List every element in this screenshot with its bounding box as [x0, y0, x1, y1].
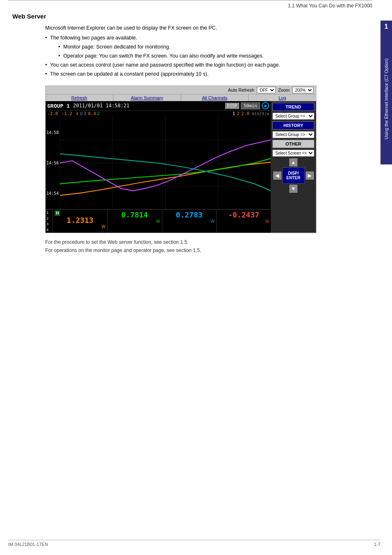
ch3-value: 0.2783 [176, 210, 203, 219]
footer-page: 1-7 [374, 542, 380, 547]
nav-refresh[interactable]: Refresh [46, 95, 113, 101]
datetime: 2011/01/01 14:58:21 [73, 103, 225, 109]
channel-2-block: 0.7814 W [108, 210, 162, 233]
sub-bullet-1: Monitor page: Screen dedicated for monit… [50, 43, 364, 60]
body-text: Microsoft Internet Explorer can be used … [45, 24, 364, 78]
chart-svg [60, 117, 271, 209]
section-title-header: 1.1 What You Can Do with the FX1000 [288, 3, 372, 9]
ch1-value: 1.2313 [67, 216, 93, 224]
scale-04: 0.4 [88, 111, 96, 116]
enter-label: ENTER [286, 176, 300, 180]
caption-2: For operations on the monitor page and o… [45, 246, 364, 254]
trend-group-select[interactable]: Select Group => [272, 113, 314, 120]
intro-text: Microsoft Internet Explorer can be used … [45, 24, 364, 32]
time-label-1: 14:58 [46, 130, 60, 135]
zoom-select[interactable]: 200% 100% [292, 87, 314, 93]
arrow-down-button[interactable]: ▼ [289, 185, 297, 193]
history-button[interactable]: HISTORY [272, 121, 314, 130]
group-label: GROUP 1 [47, 103, 70, 109]
channel-3-block: 0.2783 W [162, 210, 217, 233]
scale-u: U [80, 111, 83, 116]
footer-doc-id: IM 04L21B01-17EN [8, 542, 48, 547]
bullet-1: The following two pages are available. M… [45, 34, 364, 60]
auto-refresh-select[interactable]: OFF ON [257, 87, 276, 93]
scale-ch1a: 1 [233, 111, 235, 116]
disp-label: DISP/ [288, 171, 299, 176]
scale-mindiw: min/d|w [252, 111, 269, 116]
scale-ch2: 2 [97, 111, 100, 116]
bullet-list: The following two pages are available. M… [45, 34, 364, 78]
scale-min: -2.0 [47, 111, 58, 116]
caption-1: For the procedure to set the Web server … [45, 238, 364, 246]
ch3-unit: W [211, 219, 214, 224]
hold-col: 1 2 3 4 [46, 210, 53, 233]
recorder-right-panel: TREND Select Group => HISTORY Select Gro… [271, 101, 316, 233]
chapter-tab-text: Using the Ethernet Interface (C7 Option) [383, 58, 389, 139]
ch4-unit: W [265, 219, 269, 224]
scale-ch1b: 2 [237, 111, 240, 116]
recorder-top-bar: Auto Refresh OFF ON Zoom 200% 100% [46, 86, 316, 94]
section-title: Web Server [12, 13, 372, 20]
sub-bullet-1-1: Monitor page: Screen dedicated for monit… [58, 43, 364, 51]
bullet-3: The screen can be updated at a constant … [45, 70, 364, 78]
channel-4-block: -0.2437 W [217, 210, 271, 233]
main-content: 1.1 What You Can Do with the FX1000 Web … [0, 0, 380, 263]
recorder-main-screen: Auto Refresh OFF ON Zoom 200% 100% Refre… [46, 86, 316, 233]
recorder-screenshot: Auto Refresh OFF ON Zoom 200% 100% Refre… [45, 86, 316, 233]
ch2-unit: W [156, 219, 160, 224]
sub-bullet-1-2: Operator page: You can switch the FX scr… [58, 52, 364, 60]
circle-icon: ● [262, 102, 269, 109]
other-screen-select[interactable]: Select Screen => [272, 150, 314, 157]
disp-enter-row: ◀ DISP/ ENTER ▶ [273, 167, 314, 184]
group-header: GROUP 1 2011/01/01 14:58:21 DISP 50min ● [46, 101, 271, 111]
arrow-left-button[interactable]: ◀ [273, 171, 281, 180]
hold-label: H [55, 210, 60, 216]
scale-row: -2.0 -1.2 4 U 3 0.4 2 1 2 2.0 min/d|w [46, 111, 271, 117]
time-span[interactable]: 50min [241, 102, 260, 109]
disp-button[interactable]: DISP [225, 103, 239, 109]
ch-nums-col: 1 2 3 4 [46, 210, 52, 232]
history-group-select[interactable]: Select Group => [272, 131, 314, 138]
time-label-2: 14:56 [46, 161, 60, 165]
time-label-3: 14:54 [46, 191, 60, 196]
nav-log[interactable]: Log [249, 95, 316, 101]
recorder-display: GROUP 1 2011/01/01 14:58:21 DISP 50min ●… [46, 101, 316, 233]
values-bar: 1 2 3 4 H 1.2313 W 0.7814 [46, 209, 271, 233]
section-header: 1.1 What You Can Do with the FX1000 [8, 0, 372, 9]
arrow-up-button[interactable]: ▲ [289, 158, 297, 166]
ch4-value: -0.2437 [228, 210, 259, 219]
nav-all-channels[interactable]: All Channels [181, 95, 249, 101]
chapter-tab: Using the Ethernet Interface (C7 Option) [380, 33, 392, 164]
recorder-left-panel: GROUP 1 2011/01/01 14:58:21 DISP 50min ●… [46, 101, 271, 233]
recorder-nav: Refresh Alarm Summary All Channels Log [46, 94, 316, 101]
bullet-2: You can set access control (user name an… [45, 61, 364, 69]
scale-ch4: 4 [76, 111, 78, 116]
scale-val2: -1.2 [62, 111, 73, 116]
trend-button[interactable]: TREND [272, 103, 314, 111]
disp-enter-block: ▲ ◀ DISP/ ENTER ▶ ▼ [272, 158, 314, 193]
ch2-value: 0.7814 [121, 210, 148, 219]
chapter-number: 1 [380, 21, 392, 33]
time-labels: 14:58 14:56 14:54 [46, 117, 60, 209]
disp-enter-button[interactable]: DISP/ ENTER [282, 167, 305, 184]
arrow-right-button[interactable]: ▶ [306, 171, 314, 180]
ch1-unit: W [101, 224, 105, 229]
nav-alarm-summary[interactable]: Alarm Summary [113, 95, 181, 101]
scale-max: 2.0 [241, 111, 249, 116]
zoom-label: Zoom [278, 88, 290, 92]
chart-area: 14:58 14:56 14:54 [46, 117, 271, 209]
footer: IM 04L21B01-17EN 1-7 [8, 540, 380, 547]
other-button[interactable]: OTHER [272, 140, 314, 148]
scale-ch3: 3 [83, 111, 86, 116]
caption-area: For the procedure to set the Web server … [45, 238, 364, 255]
auto-refresh-label: Auto Refresh [228, 88, 254, 92]
channel-1-block: H 1.2313 W [53, 210, 108, 233]
